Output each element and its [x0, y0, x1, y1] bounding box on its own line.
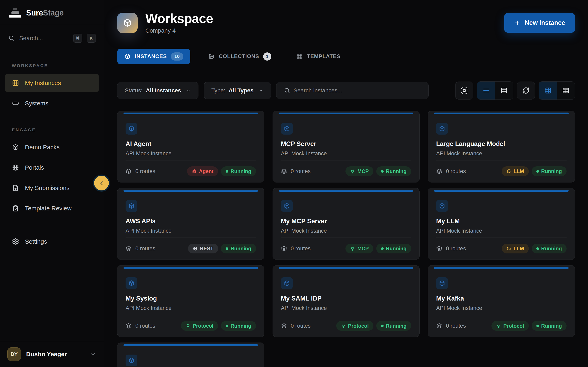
sidebar-item-my-submissions[interactable]: My Submissions	[5, 179, 99, 197]
layout-toggle	[477, 81, 513, 100]
instance-subtitle: API Mock Instance	[126, 305, 256, 311]
routes-count: 0 routes	[436, 245, 466, 252]
robot-icon	[192, 169, 197, 174]
routes-count: 0 routes	[126, 245, 155, 252]
chevron-down-icon	[259, 88, 263, 93]
layers-icon	[126, 323, 132, 329]
instance-cube-icon	[126, 355, 138, 366]
status-filter-dropdown[interactable]: Status: All Instances	[117, 82, 199, 99]
workspace-gradient-icon	[117, 13, 138, 33]
status-dot	[226, 247, 228, 250]
sidebar-search[interactable]: ⌘ K	[0, 24, 104, 52]
card-accent-bar	[279, 267, 414, 269]
brand-logo[interactable]: SureStage	[0, 0, 104, 24]
shortcut-k-key: K	[87, 34, 96, 43]
table-view-toggle[interactable]	[557, 82, 575, 100]
routes-count: 0 routes	[281, 168, 311, 175]
instance-card-ai-agent[interactable]: AI Agent API Mock Instance 0 routes Agen…	[117, 111, 264, 183]
scan-button[interactable]	[455, 82, 473, 100]
tab-templates[interactable]: TEMPLATES	[289, 49, 347, 64]
card-accent-bar	[123, 113, 258, 114]
card-accent-bar	[434, 190, 569, 192]
refresh-button[interactable]	[517, 82, 535, 100]
type-badge: Protocol	[336, 321, 373, 331]
card-accent-bar	[434, 113, 569, 114]
chevron-down-icon	[186, 88, 191, 93]
instance-title: AI Agent	[126, 140, 256, 148]
status-dot	[226, 170, 228, 173]
instance-card-my-kafka[interactable]: My Kafka API Mock Instance 0 routes Prot…	[428, 265, 575, 337]
badge-group: LLM Running	[502, 166, 567, 176]
status-dot	[381, 247, 384, 250]
layers-icon	[436, 245, 442, 252]
status-dot	[536, 170, 539, 173]
badge-group: Protocol Running	[336, 321, 411, 331]
badge-group: Protocol Running	[492, 321, 567, 331]
card-accent-bar	[123, 190, 258, 192]
instance-subtitle: API Mock Instance	[436, 305, 567, 311]
sidebar-item-systems[interactable]: Systems	[5, 94, 99, 113]
page-title: Workspace	[145, 12, 213, 25]
tab-collections[interactable]: COLLECTIONS 1	[201, 49, 278, 64]
chevron-down-icon	[90, 351, 96, 358]
cube-icon	[284, 125, 290, 132]
refresh-icon	[522, 87, 530, 94]
instance-card[interactable]	[117, 342, 264, 367]
plug-icon	[186, 323, 190, 328]
cube-icon	[128, 280, 135, 286]
type-badge: Agent	[187, 166, 218, 176]
new-instance-button[interactable]: New Instance	[504, 13, 575, 33]
instance-card-my-mcp-server[interactable]: My MCP Server API Mock Instance 0 routes…	[273, 188, 420, 260]
sidebar: SureStage ⌘ K WORKSPACE My Instances Sys…	[0, 0, 104, 367]
sidebar-search-input[interactable]	[19, 35, 69, 42]
routes-count: 0 routes	[436, 323, 466, 329]
card-footer: 0 routes MCP Running	[281, 238, 411, 259]
tab-instances[interactable]: INSTANCES 10	[117, 49, 190, 64]
instance-card-my-syslog[interactable]: My Syslog API Mock Instance 0 routes Pro…	[117, 265, 264, 337]
layers-icon	[436, 168, 442, 174]
grid-view-toggle[interactable]	[539, 82, 557, 100]
plug-icon	[496, 323, 501, 328]
collections-count-badge: 1	[263, 52, 271, 60]
badge-group: LLM Running	[502, 244, 567, 253]
instance-search-input[interactable]	[294, 87, 421, 94]
list-view-toggle[interactable]	[477, 82, 495, 100]
stack-logo-icon	[9, 8, 21, 17]
type-badge: Protocol	[492, 321, 528, 331]
card-footer: 0 routes LLM Running	[436, 160, 567, 182]
instance-card-mcp-server[interactable]: MCP Server API Mock Instance 0 routes MC…	[273, 111, 420, 183]
instance-subtitle: API Mock Instance	[436, 228, 567, 234]
sidebar-item-my-instances[interactable]: My Instances	[5, 74, 99, 92]
page-header: Workspace Company 4 New Instance	[117, 12, 575, 34]
instance-card-my-llm[interactable]: My LLM API Mock Instance 0 routes LLM Ru…	[428, 188, 575, 260]
instance-title: MCP Server	[281, 140, 411, 148]
status-dot	[536, 247, 539, 250]
instance-card-my-saml-idp[interactable]: My SAML IDP API Mock Instance 0 routes P…	[273, 265, 420, 337]
type-filter-dropdown[interactable]: Type: All Types	[204, 82, 271, 99]
sidebar-collapse-button[interactable]	[93, 175, 110, 192]
layers-icon	[281, 245, 287, 252]
instance-card-large-language-model[interactable]: Large Language Model API Mock Instance 0…	[428, 111, 575, 183]
rows-view-toggle[interactable]	[495, 82, 513, 100]
plug-icon	[350, 246, 355, 251]
status-badge: Running	[532, 321, 567, 331]
instance-card-aws-apis[interactable]: AWS APIs API Mock Instance 0 routes REST…	[117, 188, 264, 260]
sidebar-item-portals[interactable]: Portals	[5, 158, 99, 177]
sidebar-item-settings[interactable]: Settings	[5, 233, 99, 251]
gear-icon	[12, 238, 19, 245]
card-footer: 0 routes Protocol Running	[281, 315, 411, 337]
sidebar-item-demo-packs[interactable]: Demo Packs	[5, 138, 99, 156]
user-menu[interactable]: DY Dustin Yeager	[0, 341, 104, 367]
card-footer: 0 routes LLM Running	[436, 238, 567, 259]
status-badge: Running	[376, 166, 411, 176]
filter-bar: Status: All Instances Type: All Types	[117, 81, 575, 100]
sidebar-section: ENGAGE Demo Packs Portals My Submissions…	[0, 127, 104, 217]
card-footer: 0 routes REST Running	[126, 238, 256, 259]
status-badge: Running	[532, 166, 567, 176]
status-dot	[226, 325, 228, 327]
card-footer: 0 routes MCP Running	[281, 160, 411, 182]
type-badge: MCP	[346, 244, 373, 253]
package-icon	[12, 143, 19, 151]
sidebar-item-template-review[interactable]: Template Review	[5, 199, 99, 217]
instance-search[interactable]	[276, 82, 429, 99]
